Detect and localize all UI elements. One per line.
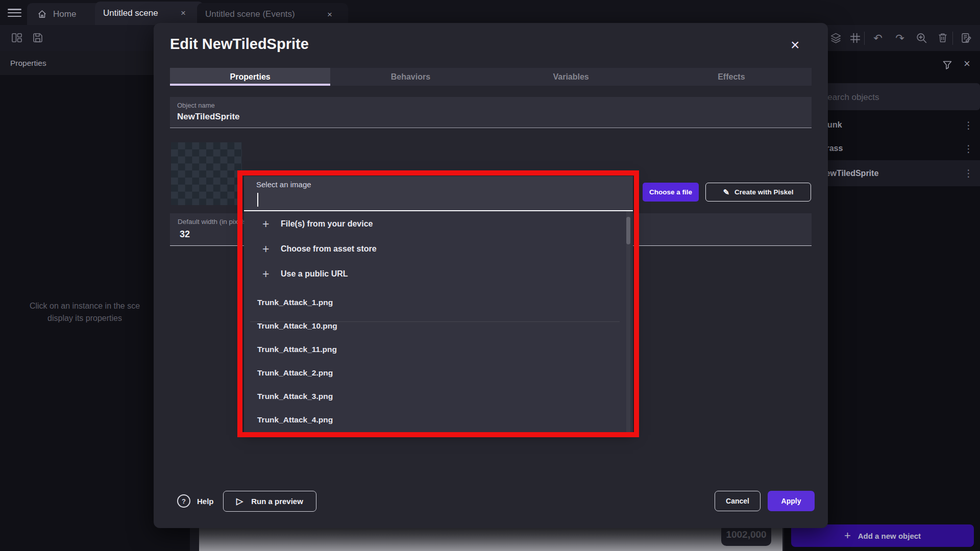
grid-icon[interactable]: [849, 32, 862, 44]
image-options-list: + File(s) from your device + Choose from…: [244, 211, 633, 432]
edit-scene-events-icon[interactable]: [961, 32, 973, 44]
text-caret: [257, 193, 258, 207]
file-option[interactable]: Trunk_Attack_2.png: [244, 361, 633, 385]
dialog-tabs: Properties Behaviors Variables Effects: [170, 68, 812, 86]
save-icon[interactable]: [32, 32, 44, 44]
dialog-tab-behaviors[interactable]: Behaviors: [330, 68, 491, 86]
dialog-title: Edit NewTiledSprite: [170, 36, 309, 53]
toolbar-separator: [864, 32, 865, 45]
plus-icon: +: [262, 243, 269, 255]
tab-untitled-scene-events[interactable]: Untitled scene (Events) ×: [197, 3, 348, 25]
plus-icon: +: [844, 529, 851, 542]
apply-button[interactable]: Apply: [768, 491, 815, 511]
run-a-preview-button[interactable]: ▷ Run a preview: [223, 491, 316, 512]
help-button[interactable]: ? Help: [177, 494, 214, 508]
layers-icon[interactable]: [830, 32, 842, 44]
tab-home-label: Home: [53, 9, 76, 19]
dialog-tab-variables[interactable]: Variables: [491, 68, 651, 86]
file-option[interactable]: Trunk_Attack_1.png: [244, 291, 633, 314]
choose-a-file-button[interactable]: Choose a file: [643, 183, 699, 202]
object-menu-kebab-icon[interactable]: ⋮: [964, 167, 973, 179]
menu-item-use-public-url[interactable]: + Use a public URL: [244, 261, 633, 286]
object-name-field[interactable]: Object name NewTiledSprite: [170, 97, 812, 128]
filter-icon[interactable]: [942, 59, 953, 70]
transparent-image-preview: [171, 142, 242, 205]
create-with-piskel-button[interactable]: ✎ Create with Piskel: [705, 183, 811, 202]
home-icon: [37, 9, 47, 19]
dialog-close-icon[interactable]: ×: [791, 36, 800, 54]
menu-item-files-from-device[interactable]: + File(s) from your device: [244, 211, 633, 236]
object-menu-kebab-icon[interactable]: ⋮: [964, 143, 973, 155]
top-tab-bar: Home Untitled scene × Untitled scene (Ev…: [0, 0, 980, 25]
dropdown-scrollbar-thumb[interactable]: [626, 217, 630, 244]
hamburger-menu-icon[interactable]: [8, 9, 21, 17]
menu-item-choose-from-asset-store[interactable]: + Choose from asset store: [244, 236, 633, 261]
plus-icon: +: [262, 218, 269, 230]
zoom-in-icon[interactable]: [916, 32, 928, 44]
undo-icon[interactable]: ↶: [872, 32, 884, 44]
objects-search-input[interactable]: [821, 83, 976, 111]
file-option[interactable]: Trunk_Attack_11.png: [244, 338, 633, 361]
tab-untitled-scene-events-close-icon[interactable]: ×: [327, 10, 332, 20]
trash-icon[interactable]: [937, 32, 949, 44]
select-image-dropdown: Select an image + File(s) from your devi…: [244, 176, 633, 432]
file-option[interactable]: Trunk_Attack_3.png: [244, 385, 633, 408]
tab-untitled-scene-close-icon[interactable]: ×: [181, 8, 186, 18]
tab-untitled-scene[interactable]: Untitled scene ×: [95, 2, 204, 25]
objects-panel-close-icon[interactable]: ×: [964, 57, 970, 70]
play-icon: ▷: [236, 496, 243, 507]
dialog-tab-effects[interactable]: Effects: [651, 68, 812, 86]
pencil-icon: ✎: [723, 188, 729, 197]
tab-untitled-scene-events-label: Untitled scene (Events): [205, 9, 295, 19]
properties-panel-title: Properties: [10, 59, 46, 68]
question-mark-icon: ?: [177, 494, 190, 508]
file-option[interactable]: Trunk_Attack_4.png: [244, 408, 633, 432]
tab-home[interactable]: Home: [27, 3, 102, 25]
gdevelop-app: Home Untitled scene × Untitled scene (Ev…: [0, 0, 980, 551]
plus-icon: +: [262, 268, 269, 280]
open-panels-icon[interactable]: [11, 32, 23, 44]
properties-empty-message: Click on an instance in the sce display …: [14, 300, 155, 324]
toolbar-separator: [952, 32, 953, 45]
tab-untitled-scene-label: Untitled scene: [103, 8, 158, 18]
select-image-field[interactable]: Select an image: [244, 176, 633, 211]
dialog-tab-properties[interactable]: Properties: [170, 68, 330, 86]
file-option[interactable]: Trunk_Attack_10.png: [244, 314, 633, 338]
redo-icon[interactable]: ↷: [894, 32, 906, 44]
cancel-button[interactable]: Cancel: [715, 491, 761, 511]
object-menu-kebab-icon[interactable]: ⋮: [964, 119, 973, 131]
